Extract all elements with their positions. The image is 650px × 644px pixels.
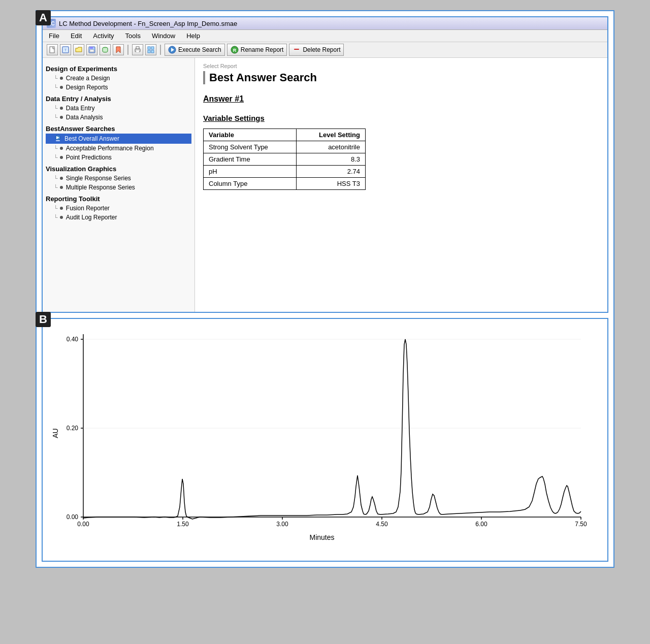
x-axis-label: Minutes — [309, 533, 334, 541]
execute-icon — [168, 46, 176, 54]
menu-window[interactable]: Window — [150, 31, 177, 41]
var-name: Gradient Time — [204, 153, 297, 166]
svg-rect-8 — [136, 47, 139, 49]
menu-tools[interactable]: Tools — [123, 31, 143, 41]
main-content: Design of Experiments └ Create a Design … — [43, 58, 607, 312]
tree-line: └ — [54, 84, 58, 90]
content-pane: Select Report Best Answer Search Answer … — [195, 58, 607, 312]
chart-container: AU 0.40 0.20 0.0 — [48, 324, 602, 556]
variable-settings-table: Variable Level Setting Strong Solvent Ty… — [203, 128, 366, 190]
nav-point-predictions[interactable]: └ Point Predictions — [46, 153, 191, 162]
var-value: HSS T3 — [297, 178, 366, 190]
rename-icon: R — [231, 46, 239, 54]
delete-report-label: Delete Report — [303, 46, 340, 53]
nav-tree: Design of Experiments └ Create a Design … — [43, 58, 195, 312]
menu-edit[interactable]: Edit — [69, 31, 84, 41]
nav-dot — [60, 216, 63, 219]
rename-report-button[interactable]: R Rename Report — [227, 44, 287, 56]
table-row: pH 2.74 — [204, 166, 366, 178]
var-name: Strong Solvent Type — [204, 141, 297, 153]
section-doe: Design of Experiments — [46, 65, 191, 73]
nav-data-analysis[interactable]: └ Data Analysis — [46, 113, 191, 122]
nav-dot — [60, 107, 63, 110]
nav-audit-log-reporter[interactable]: └ Audit Log Reporter — [46, 213, 191, 222]
open-button[interactable] — [73, 44, 84, 55]
svg-rect-18 — [294, 49, 299, 50]
svg-text:0.00: 0.00 — [77, 521, 89, 528]
nav-create-design[interactable]: └ Create a Design — [46, 74, 191, 83]
execute-search-label: Execute Search — [178, 46, 221, 53]
table-row: Strong Solvent Type acetonitrile — [204, 141, 366, 153]
svg-rect-5 — [90, 50, 94, 52]
toolbar-sep1 — [127, 45, 128, 55]
tree-line: └ — [54, 145, 58, 151]
nav-data-entry[interactable]: └ Data Entry — [46, 104, 191, 113]
tree-line: └ — [54, 114, 58, 120]
nav-dot — [60, 77, 63, 80]
var-value: 2.74 — [297, 166, 366, 178]
svg-rect-21 — [56, 140, 60, 141]
svg-rect-9 — [136, 50, 139, 52]
svg-rect-4 — [90, 47, 93, 49]
svg-text:1.50: 1.50 — [177, 521, 189, 528]
save-button[interactable] — [86, 44, 98, 55]
svg-rect-10 — [148, 47, 150, 49]
svg-text:7.50: 7.50 — [575, 521, 587, 528]
nav-dot — [60, 156, 63, 159]
table-row: Column Type HSS T3 — [204, 178, 366, 190]
select-report-label: Select Report — [203, 63, 599, 69]
col-variable: Variable — [204, 129, 297, 141]
svg-text:R: R — [233, 48, 236, 53]
svg-text:3.00: 3.00 — [276, 521, 288, 528]
menu-file[interactable]: File — [47, 31, 61, 41]
tree-line: └ — [54, 175, 58, 181]
menu-activity[interactable]: Activity — [91, 31, 116, 41]
title-bar: LC LC Method Development - Fn_Screen_Asp… — [43, 17, 607, 30]
template-button[interactable]: T — [60, 44, 71, 55]
tree-line: └ — [54, 105, 58, 111]
svg-rect-11 — [151, 47, 154, 49]
nav-best-overall-answer[interactable]: Best Overall Answer — [46, 134, 191, 144]
panel-a: A LC LC Method Development - Fn_Screen_A… — [42, 16, 608, 313]
database-button[interactable] — [100, 44, 111, 55]
grid-button[interactable] — [145, 44, 156, 55]
bookmark-button[interactable] — [113, 44, 124, 55]
window-title: LC Method Development - Fn_Screen_Asp Im… — [59, 20, 237, 27]
section-visualization: Visualization Graphics — [46, 165, 191, 173]
menu-bar: File Edit Activity Tools Window Help — [43, 30, 607, 42]
answer-heading: Answer #1 — [203, 94, 599, 104]
var-value: 8.3 — [297, 153, 366, 166]
nav-fusion-reporter[interactable]: └ Fusion Reporter — [46, 204, 191, 213]
delete-report-button[interactable]: Delete Report — [289, 44, 344, 56]
tree-line: └ — [54, 75, 58, 81]
y-axis-label: AU — [51, 428, 59, 438]
svg-rect-13 — [151, 50, 154, 53]
section-data-entry: Data Entry / Analysis — [46, 95, 191, 103]
toolbar-sep2 — [160, 45, 161, 55]
nav-design-reports[interactable]: └ Design Reports — [46, 83, 191, 92]
svg-text:0.00: 0.00 — [67, 513, 79, 521]
var-name: Column Type — [204, 178, 297, 190]
svg-text:6.00: 6.00 — [475, 521, 488, 528]
svg-text:4.50: 4.50 — [376, 521, 388, 528]
nav-single-response[interactable]: └ Single Response Series — [46, 174, 191, 183]
section-best-answer: BestAnswer Searches — [46, 125, 191, 133]
new-button[interactable] — [47, 44, 58, 55]
tree-line: └ — [54, 184, 58, 190]
variable-settings-heading: Variable Settings — [203, 114, 599, 122]
menu-help[interactable]: Help — [184, 31, 202, 41]
nav-multiple-response[interactable]: └ Multiple Response Series — [46, 183, 191, 192]
nav-acceptable-performance[interactable]: └ Acceptable Performance Region — [46, 144, 191, 153]
svg-rect-12 — [148, 50, 150, 53]
delete-icon — [292, 46, 301, 54]
panel-label-b: B — [36, 312, 51, 327]
panel-b: B AU 0.40 0.20 — [42, 318, 608, 562]
svg-text:0.40: 0.40 — [67, 336, 79, 343]
tree-line: └ — [54, 205, 58, 211]
tree-line: └ — [54, 154, 58, 160]
print-button[interactable] — [132, 44, 143, 55]
chromatogram-chart: AU 0.40 0.20 0.0 — [48, 324, 601, 542]
best-answer-icon — [54, 135, 62, 143]
report-title: Best Answer Search — [203, 71, 599, 84]
execute-search-button[interactable]: Execute Search — [165, 44, 225, 56]
